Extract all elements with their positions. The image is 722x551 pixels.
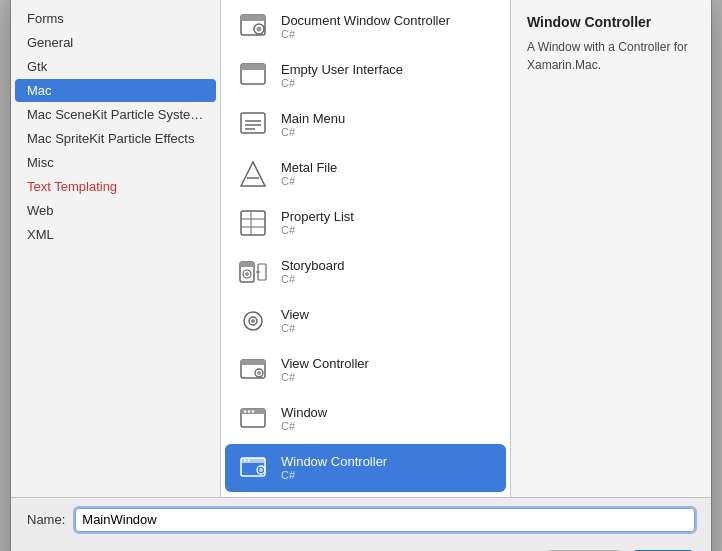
main-menu-icon: [235, 107, 271, 143]
name-label: Name:: [27, 512, 65, 527]
file-item-title: View Controller: [281, 356, 496, 371]
file-item-title: Window: [281, 405, 496, 420]
file-item-title: Empty User Interface: [281, 62, 496, 77]
sidebar-item-mac-spritekit[interactable]: Mac SpriteKit Particle Effects: [15, 127, 216, 150]
svg-point-33: [252, 410, 254, 412]
svg-rect-6: [241, 113, 265, 133]
file-item-info: View C#: [281, 307, 496, 334]
file-item-title: Property List: [281, 209, 496, 224]
svg-point-39: [259, 468, 263, 472]
file-item-subtitle: C#: [281, 273, 496, 285]
sidebar: Forms General Gtk Mac Mac SceneKit Parti…: [11, 0, 221, 497]
file-item-title: Metal File: [281, 160, 496, 175]
file-item-subtitle: C#: [281, 224, 496, 236]
file-item-info: Document Window Controller C#: [281, 13, 496, 40]
property-list-icon: [235, 205, 271, 241]
sidebar-item-misc[interactable]: Misc: [15, 151, 216, 174]
svg-rect-1: [241, 15, 265, 21]
svg-point-28: [257, 371, 261, 375]
svg-point-19: [245, 272, 249, 276]
file-item-info: View Controller C#: [281, 356, 496, 383]
file-item-property-list[interactable]: Property List C#: [225, 199, 506, 247]
file-item-subtitle: C#: [281, 28, 496, 40]
svg-point-36: [244, 459, 246, 461]
file-item-title: Window Controller: [281, 454, 496, 469]
view-icon: [235, 303, 271, 339]
file-item-info: Window Controller C#: [281, 454, 496, 481]
sidebar-item-forms[interactable]: Forms: [15, 7, 216, 30]
svg-rect-26: [241, 360, 265, 365]
file-item-info: Metal File C#: [281, 160, 496, 187]
file-item-subtitle: C#: [281, 322, 496, 334]
storyboard-icon: [235, 254, 271, 290]
sidebar-item-web[interactable]: Web: [15, 199, 216, 222]
file-item-view[interactable]: View C#: [225, 297, 506, 345]
window-icon: [235, 401, 271, 437]
file-item-doc-window-ctrl[interactable]: Document Window Controller C#: [225, 3, 506, 51]
doc-window-ctrl-icon: [235, 9, 271, 45]
file-item-subtitle: C#: [281, 371, 496, 383]
file-item-window-controller[interactable]: Window Controller C#: [225, 444, 506, 492]
detail-description: A Window with a Controller for Xamarin.M…: [527, 38, 695, 74]
name-input[interactable]: [75, 508, 695, 532]
file-item-title: Storyboard: [281, 258, 496, 273]
file-item-subtitle: C#: [281, 175, 496, 187]
file-item-subtitle: C#: [281, 77, 496, 89]
sidebar-item-general[interactable]: General: [15, 31, 216, 54]
svg-point-37: [248, 459, 250, 461]
file-item-info: Window C#: [281, 405, 496, 432]
file-item-view-controller[interactable]: View Controller C#: [225, 346, 506, 394]
sidebar-item-mac-scenekit[interactable]: Mac SceneKit Particle Systems: [15, 103, 216, 126]
main-content: Forms General Gtk Mac Mac SceneKit Parti…: [11, 0, 711, 497]
file-item-subtitle: C#: [281, 469, 496, 481]
window-controller-icon: [235, 450, 271, 486]
file-item-main-menu[interactable]: Main Menu C#: [225, 101, 506, 149]
svg-point-32: [248, 410, 250, 412]
file-list: Document Window Controller C# Empty User…: [221, 0, 511, 497]
file-item-title: Main Menu: [281, 111, 496, 126]
sidebar-item-xml[interactable]: XML: [15, 223, 216, 246]
svg-point-24: [251, 319, 255, 323]
detail-title: Window Controller: [527, 14, 695, 30]
detail-panel: Window Controller A Window with a Contro…: [511, 0, 711, 497]
empty-ui-icon: [235, 58, 271, 94]
sidebar-item-gtk[interactable]: Gtk: [15, 55, 216, 78]
new-file-dialog: New File Forms General Gtk Mac Mac Scene…: [11, 0, 711, 551]
file-item-empty-ui[interactable]: Empty User Interface C#: [225, 52, 506, 100]
file-item-metal-file[interactable]: Metal File C#: [225, 150, 506, 198]
file-item-title: View: [281, 307, 496, 322]
svg-point-3: [257, 26, 262, 31]
sidebar-item-mac[interactable]: Mac: [15, 79, 216, 102]
svg-point-31: [244, 410, 246, 412]
file-item-window[interactable]: Window C#: [225, 395, 506, 443]
file-item-info: Empty User Interface C#: [281, 62, 496, 89]
file-item-info: Main Menu C#: [281, 111, 496, 138]
svg-rect-12: [241, 211, 265, 235]
file-item-info: Property List C#: [281, 209, 496, 236]
file-item-subtitle: C#: [281, 420, 496, 432]
svg-rect-17: [240, 262, 254, 267]
file-item-title: Document Window Controller: [281, 13, 496, 28]
svg-rect-5: [241, 64, 265, 70]
sidebar-item-text-templating[interactable]: Text Templating: [15, 175, 216, 198]
metal-file-icon: [235, 156, 271, 192]
view-controller-icon: [235, 352, 271, 388]
file-item-subtitle: C#: [281, 126, 496, 138]
name-bar: Name:: [11, 497, 711, 542]
file-item-info: Storyboard C#: [281, 258, 496, 285]
file-item-storyboard[interactable]: Storyboard C#: [225, 248, 506, 296]
svg-marker-10: [241, 162, 265, 186]
